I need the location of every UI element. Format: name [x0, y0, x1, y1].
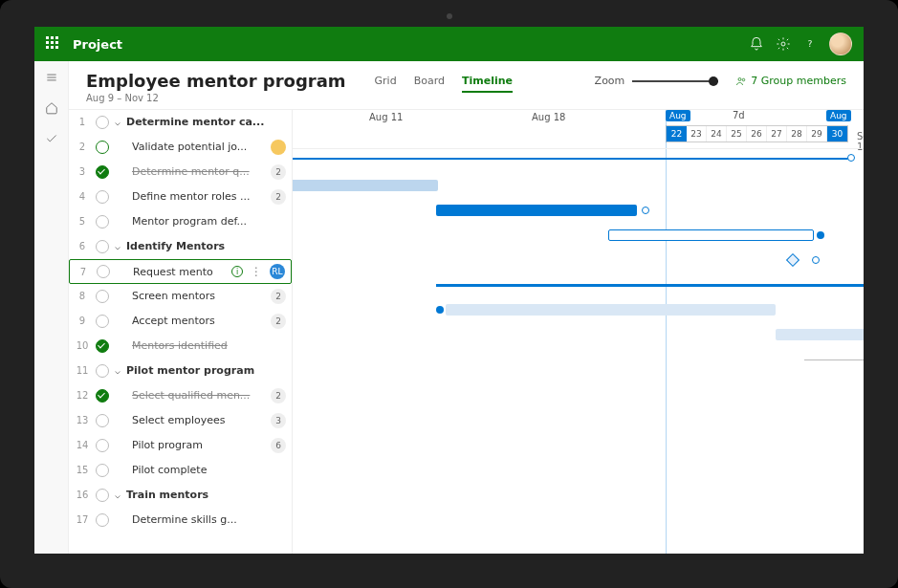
assignee-initials[interactable]: RL: [270, 264, 285, 279]
gantt-bar[interactable]: [804, 359, 864, 360]
task-row[interactable]: 3Determine mentor q...2: [69, 160, 292, 185]
task-complete-toggle[interactable]: [96, 489, 109, 502]
more-icon[interactable]: ⋮: [247, 265, 266, 278]
task-name[interactable]: Pilot mentor program: [124, 364, 286, 377]
task-row[interactable]: 11⌵Pilot mentor program: [69, 359, 292, 383]
task-name[interactable]: Request mento: [125, 266, 231, 278]
menu-collapse-icon[interactable]: [45, 71, 58, 84]
task-name[interactable]: Screen mentors: [124, 290, 267, 302]
help-icon[interactable]: ?: [802, 36, 818, 52]
task-complete-toggle[interactable]: [96, 141, 109, 154]
ruler-day[interactable]: 28: [787, 126, 807, 142]
task-row[interactable]: 13Select employees3: [69, 408, 292, 433]
task-name[interactable]: Identify Mentors: [124, 240, 286, 252]
project-title: Employee mentor program: [86, 71, 346, 91]
task-row[interactable]: 8Screen mentors2: [69, 284, 292, 309]
task-complete-toggle[interactable]: [96, 240, 109, 253]
task-name[interactable]: Select employees: [124, 414, 267, 426]
task-complete-toggle[interactable]: [96, 464, 109, 477]
view-timeline[interactable]: Timeline: [462, 75, 513, 93]
task-row[interactable]: 16⌵Train mentors: [69, 483, 292, 508]
task-name[interactable]: Accept mentors: [124, 315, 267, 327]
user-avatar[interactable]: [829, 33, 852, 55]
expand-chevron-icon[interactable]: ⌵: [115, 241, 124, 251]
ruler-day[interactable]: 22: [667, 126, 687, 142]
ruler-highlight-start: Aug: [666, 110, 690, 121]
task-complete-toggle[interactable]: [96, 414, 109, 427]
task-row[interactable]: 6⌵Identify Mentors: [69, 234, 292, 259]
task-complete-toggle[interactable]: [96, 165, 109, 179]
app-launcher-icon[interactable]: [46, 36, 61, 52]
task-name[interactable]: Pilot complete: [124, 464, 286, 476]
task-complete-toggle[interactable]: [96, 339, 109, 353]
task-row[interactable]: 5Mentor program def...: [69, 209, 292, 234]
task-row[interactable]: 15Pilot complete: [69, 458, 292, 483]
assignee-avatar[interactable]: [271, 140, 286, 155]
task-row[interactable]: 14Pilot program6: [69, 433, 292, 458]
gantt-bar[interactable]: [776, 329, 864, 340]
expand-chevron-icon[interactable]: ⌵: [115, 117, 124, 127]
task-row[interactable]: 9Accept mentors2: [69, 309, 292, 334]
gantt-bar[interactable]: [446, 304, 776, 316]
task-name[interactable]: Determine skills g...: [124, 513, 286, 526]
task-name[interactable]: Pilot program: [124, 439, 267, 451]
task-row[interactable]: 7Request mentoi⋮RL: [69, 259, 292, 284]
zoom-thumb[interactable]: [709, 76, 718, 86]
task-complete-toggle[interactable]: [96, 190, 109, 204]
info-icon[interactable]: i: [231, 266, 243, 277]
task-name[interactable]: Mentors identified: [124, 339, 286, 352]
ruler-day[interactable]: 24: [707, 126, 727, 142]
ruler-day[interactable]: 25: [727, 126, 747, 142]
notifications-icon[interactable]: [749, 36, 764, 52]
ruler-day[interactable]: 23: [687, 126, 707, 142]
task-row[interactable]: 10Mentors identified: [69, 334, 292, 359]
task-complete-toggle[interactable]: [96, 290, 109, 303]
task-number: 7: [76, 267, 91, 277]
task-complete-toggle[interactable]: [96, 364, 109, 378]
home-icon[interactable]: [45, 101, 58, 115]
task-complete-toggle[interactable]: [96, 513, 109, 527]
task-name[interactable]: Define mentor roles ...: [124, 190, 267, 203]
gantt-bar[interactable]: [436, 205, 637, 216]
summary-bar[interactable]: [436, 284, 864, 287]
task-row[interactable]: 2Validate potential jo...: [69, 135, 292, 160]
summary-bar[interactable]: [293, 158, 852, 160]
view-board[interactable]: Board: [414, 75, 445, 93]
task-complete-toggle[interactable]: [96, 315, 109, 328]
task-row[interactable]: 1⌵Determine mentor ca...: [69, 110, 292, 135]
subtask-count-badge: 2: [271, 388, 286, 403]
checkmark-icon[interactable]: [45, 132, 58, 145]
settings-icon[interactable]: [776, 36, 791, 52]
ruler-day[interactable]: 27: [767, 126, 787, 142]
gantt-bar[interactable]: [608, 229, 814, 241]
task-complete-toggle[interactable]: [97, 265, 110, 278]
task-complete-toggle[interactable]: [96, 215, 109, 229]
task-number: 11: [75, 365, 90, 376]
task-complete-toggle[interactable]: [96, 389, 109, 403]
zoom-slider[interactable]: [632, 80, 718, 82]
milestone-marker[interactable]: [786, 253, 799, 267]
ruler-day[interactable]: 30: [827, 126, 847, 142]
gantt-bar[interactable]: [293, 180, 438, 191]
task-number: 6: [75, 241, 90, 251]
task-name[interactable]: Train mentors: [124, 489, 286, 501]
task-row[interactable]: 12Select qualified men...2: [69, 383, 292, 408]
svg-point-7: [743, 78, 746, 81]
ruler-date: Aug 11: [369, 112, 403, 122]
task-name[interactable]: Validate potential jo...: [124, 141, 267, 153]
gantt-timeline[interactable]: Aug 11 Aug 18 Aug 7d Aug 222324252627282…: [293, 110, 864, 554]
task-complete-toggle[interactable]: [96, 439, 109, 452]
task-complete-toggle[interactable]: [96, 116, 109, 129]
expand-chevron-icon[interactable]: ⌵: [115, 365, 124, 376]
ruler-day[interactable]: 29: [807, 126, 827, 142]
view-grid[interactable]: Grid: [375, 75, 397, 93]
group-members-button[interactable]: 7 Group members: [735, 75, 846, 87]
task-row[interactable]: 4Define mentor roles ...2: [69, 185, 292, 209]
expand-chevron-icon[interactable]: ⌵: [115, 490, 124, 500]
task-name[interactable]: Determine mentor q...: [124, 165, 267, 178]
task-row[interactable]: 17Determine skills g...: [69, 508, 292, 533]
task-name[interactable]: Determine mentor ca...: [124, 116, 286, 128]
ruler-day[interactable]: 26: [747, 126, 767, 142]
task-name[interactable]: Mentor program def...: [124, 215, 286, 228]
task-name[interactable]: Select qualified men...: [124, 389, 267, 402]
